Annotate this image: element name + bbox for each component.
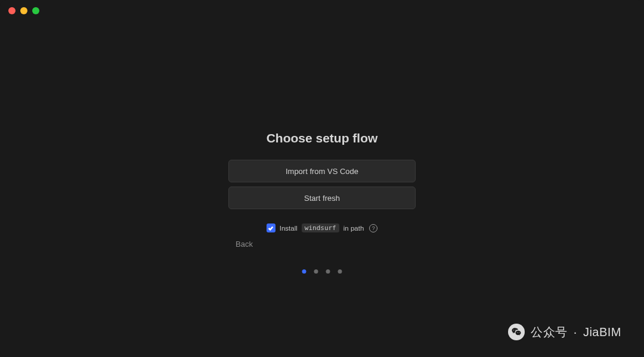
start-fresh-label: Start fresh: [304, 194, 340, 203]
install-label-suffix: in path: [343, 225, 364, 232]
install-path-checkbox[interactable]: [267, 223, 275, 232]
app-window: Choose setup flow Import from VS Code St…: [0, 0, 644, 357]
watermark: 公众号 · JiaBIM: [508, 324, 621, 340]
page-title: Choose setup flow: [267, 131, 378, 145]
import-vscode-button[interactable]: Import from VS Code: [228, 160, 416, 182]
install-label-prefix: Install: [280, 225, 298, 232]
progress-dot-2: [314, 269, 318, 274]
watermark-source: 公众号: [531, 324, 568, 340]
install-command: windsurf: [302, 223, 339, 232]
progress-dot-3: [326, 269, 330, 274]
install-path-row: Install windsurf in path ?: [267, 223, 378, 232]
progress-dot-1: [302, 269, 306, 274]
watermark-name: JiaBIM: [583, 325, 621, 339]
help-icon[interactable]: ?: [369, 224, 377, 232]
wechat-icon: [508, 324, 525, 340]
progress-indicator: [302, 269, 342, 274]
import-vscode-label: Import from VS Code: [286, 167, 358, 176]
progress-dot-4: [338, 269, 342, 274]
start-fresh-button[interactable]: Start fresh: [228, 187, 416, 209]
watermark-separator: ·: [574, 325, 577, 339]
back-label: Back: [236, 240, 253, 249]
back-button[interactable]: Back: [236, 240, 253, 249]
check-icon: [268, 225, 274, 231]
setup-content: Choose setup flow Import from VS Code St…: [0, 0, 644, 357]
